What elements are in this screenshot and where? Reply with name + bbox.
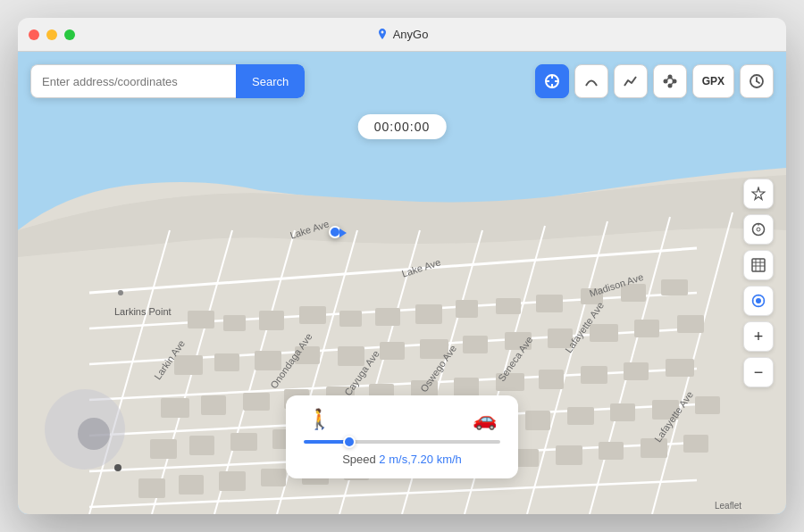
joystick-inner	[78, 418, 110, 450]
search-button[interactable]: Search	[236, 64, 305, 98]
mapview-button[interactable]	[743, 250, 774, 280]
history-button[interactable]	[740, 64, 774, 98]
titlebar: AnyGo	[18, 18, 786, 52]
favorite-button[interactable]	[743, 179, 774, 209]
svg-rect-44	[161, 398, 189, 418]
svg-line-96	[670, 77, 674, 81]
svg-rect-70	[695, 396, 720, 414]
svg-rect-24	[415, 304, 442, 324]
svg-rect-41	[590, 324, 618, 342]
zoom-in-button[interactable]: +	[743, 321, 774, 352]
search-input[interactable]	[30, 64, 236, 98]
svg-rect-25	[456, 300, 478, 318]
svg-rect-27	[536, 295, 563, 312]
svg-rect-45	[201, 395, 226, 415]
svg-rect-43	[677, 315, 704, 333]
svg-rect-71	[138, 478, 165, 498]
speed-slider[interactable]	[304, 440, 500, 444]
app-window: AnyGo	[18, 18, 786, 514]
svg-rect-21	[299, 306, 326, 324]
speed-slider-thumb[interactable]	[343, 436, 356, 448]
svg-rect-33	[255, 351, 281, 370]
svg-point-85	[118, 290, 123, 295]
toolbar: Search	[30, 64, 774, 98]
leaflet-attribution: Leaflet	[715, 501, 741, 511]
svg-rect-42	[634, 320, 659, 337]
svg-rect-73	[219, 471, 246, 491]
svg-point-102	[757, 228, 760, 231]
svg-point-109	[756, 298, 761, 303]
speed-value: 2 m/s,7.20 km/h	[379, 453, 461, 466]
svg-rect-30	[661, 279, 688, 295]
svg-rect-74	[261, 469, 286, 486]
svg-rect-66	[525, 411, 550, 430]
svg-line-95	[666, 77, 670, 81]
tool-group: GPX	[535, 64, 774, 98]
speed-slider-container[interactable]	[304, 440, 500, 444]
location-dot-inner	[329, 226, 341, 238]
svg-rect-46	[243, 393, 270, 411]
svg-rect-104	[752, 259, 765, 271]
clock-icon	[749, 73, 765, 89]
svg-rect-55	[624, 362, 649, 380]
crosshair-tool-button[interactable]	[535, 64, 569, 98]
route-icon	[623, 73, 639, 89]
map-icon	[751, 258, 766, 272]
svg-rect-67	[567, 407, 594, 425]
svg-line-100	[757, 81, 759, 83]
svg-rect-51	[454, 378, 479, 397]
joystick-dot	[114, 464, 121, 471]
speed-text: Speed 2 m/s,7.20 km/h	[304, 453, 500, 466]
timer-badge: 00:00:00	[358, 114, 447, 139]
compass-button[interactable]	[743, 214, 774, 245]
svg-rect-20	[259, 311, 284, 330]
svg-rect-68	[610, 403, 635, 421]
svg-rect-26	[496, 298, 521, 314]
svg-rect-56	[666, 359, 694, 377]
my-location-button[interactable]	[743, 286, 774, 316]
minimize-button[interactable]	[46, 29, 57, 40]
svg-rect-53	[539, 370, 564, 389]
svg-rect-31	[174, 355, 203, 375]
car-icon: 🚗	[473, 408, 497, 431]
svg-rect-54	[581, 366, 607, 384]
curve-icon	[583, 73, 599, 89]
location-pin-icon	[376, 29, 389, 41]
svg-rect-82	[599, 442, 624, 460]
curve-tool-button[interactable]	[574, 64, 608, 98]
star-icon	[751, 187, 766, 201]
svg-rect-58	[189, 436, 214, 455]
svg-rect-22	[339, 311, 362, 327]
svg-rect-38	[463, 336, 488, 353]
right-controls: + −	[743, 179, 774, 387]
walk-icon: 🚶	[307, 408, 331, 431]
map-container[interactable]: Lake Ave Lake Ave Madison Ave Lafayette …	[18, 52, 786, 514]
search-group: Search	[30, 64, 305, 98]
svg-rect-81	[556, 445, 582, 465]
svg-rect-23	[375, 308, 400, 326]
svg-rect-32	[214, 353, 239, 371]
svg-rect-57	[150, 439, 177, 459]
maximize-button[interactable]	[64, 29, 75, 40]
speed-icons-row: 🚶 🚗	[304, 408, 500, 431]
svg-rect-84	[683, 435, 708, 453]
crosshair-icon	[544, 73, 560, 89]
compass-icon	[751, 222, 766, 237]
speed-panel: 🚶 🚗 Speed 2 m/s,7.20 km/h	[286, 395, 518, 478]
svg-line-97	[670, 81, 674, 86]
svg-rect-19	[223, 315, 246, 331]
svg-rect-18	[188, 311, 214, 328]
route-tool-button[interactable]	[614, 64, 648, 98]
gpx-button[interactable]: GPX	[692, 64, 734, 98]
multi-tool-button[interactable]	[653, 64, 687, 98]
svg-rect-72	[179, 475, 204, 495]
multi-icon	[662, 73, 678, 89]
zoom-out-button[interactable]: −	[743, 357, 774, 387]
svg-rect-59	[230, 433, 257, 451]
location-dot	[329, 226, 347, 244]
point-label-larkins: Larkins Point	[114, 306, 172, 317]
svg-rect-35	[338, 346, 364, 366]
traffic-lights	[29, 29, 75, 40]
joystick[interactable]	[45, 389, 125, 470]
close-button[interactable]	[29, 29, 39, 40]
